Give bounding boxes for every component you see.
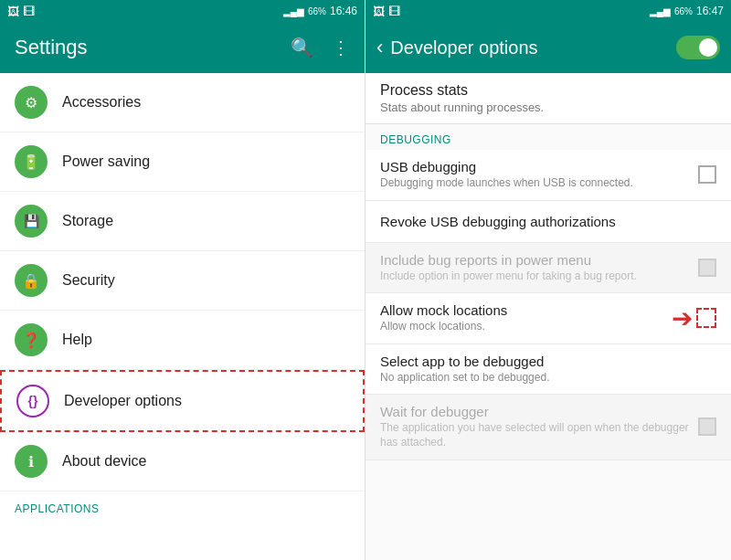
battery-icon: 66% xyxy=(308,6,326,16)
security-label: Security xyxy=(62,272,115,289)
select-app-debug-item[interactable]: Select app to be debugged No application… xyxy=(366,344,731,396)
right-status-bar: 🖼 🎞 ▂▄▆ 66% 16:47 xyxy=(366,0,731,22)
usb-debugging-title: USB debugging xyxy=(380,159,691,174)
revoke-usb-item[interactable]: Revoke USB debugging authorizations xyxy=(366,201,731,243)
right-battery-display: 66% xyxy=(674,6,693,16)
power-saving-label: Power saving xyxy=(62,153,150,170)
wait-debugger-checkbox[interactable] xyxy=(698,417,716,436)
right-panel: 🖼 🎞 ▂▄▆ 66% 16:47 ‹ Developer options Pr… xyxy=(366,0,731,560)
right-media-icon: 🎞 xyxy=(388,5,400,18)
settings-item-power-saving[interactable]: 🔋 Power saving xyxy=(0,132,365,192)
settings-list: ⚙ Accessories 🔋 Power saving 💾 Storage 🔒… xyxy=(0,73,365,560)
right-top-bar: ‹ Developer options xyxy=(366,22,731,73)
left-top-bar: Settings 🔍 ⋮ xyxy=(0,22,365,73)
settings-item-help[interactable]: ❓ Help xyxy=(0,311,365,370)
usb-debugging-sub: Debugging mode launches when USB is conn… xyxy=(380,176,691,191)
more-icon[interactable]: ⋮ xyxy=(332,37,350,58)
left-status-right: ▂▄▆ 66% 16:46 xyxy=(283,5,357,17)
mock-locations-text: Allow mock locations Allow mock location… xyxy=(380,302,664,334)
debugging-section-header: DEBUGGING xyxy=(366,124,731,150)
wait-debugger-item[interactable]: Wait for debugger The application you ha… xyxy=(366,395,731,460)
wait-debugger-sub: The application you have selected will o… xyxy=(380,421,691,449)
left-panel: 🖼 🎞 ▂▄▆ 66% 16:46 Settings 🔍 ⋮ ⚙ Accesso… xyxy=(0,0,366,560)
developer-options-label: Developer options xyxy=(64,393,182,409)
right-status-right: ▂▄▆ 66% 16:47 xyxy=(650,5,724,17)
usb-debugging-text: USB debugging Debugging mode launches wh… xyxy=(380,159,691,191)
process-stats-sub: Stats about running processes. xyxy=(380,100,716,114)
left-status-icons: 🖼 🎞 xyxy=(7,5,35,18)
developer-options-content: Process stats Stats about running proces… xyxy=(366,73,731,560)
mock-locations-arrow-area: ➔ xyxy=(672,303,716,333)
wait-debugger-text: Wait for debugger The application you ha… xyxy=(380,404,691,449)
bug-reports-sub: Include option in power menu for taking … xyxy=(380,269,691,284)
bug-reports-item[interactable]: Include bug reports in power menu Includ… xyxy=(366,243,731,294)
settings-item-about-device[interactable]: ℹ About device xyxy=(0,432,365,491)
right-top-bar-left: ‹ Developer options xyxy=(376,36,538,59)
settings-item-accessories[interactable]: ⚙ Accessories xyxy=(0,73,365,132)
red-arrow-icon: ➔ xyxy=(672,303,693,333)
applications-section-header: APPLICATIONS xyxy=(0,491,365,519)
bug-reports-text: Include bug reports in power menu Includ… xyxy=(380,252,691,284)
right-signal-icon: ▂▄▆ xyxy=(650,6,671,16)
process-stats-item[interactable]: Process stats Stats about running proces… xyxy=(366,73,731,124)
top-bar-icons: 🔍 ⋮ xyxy=(291,37,350,58)
storage-label: Storage xyxy=(62,213,113,229)
select-app-debug-text: Select app to be debugged No application… xyxy=(380,354,709,386)
select-app-debug-title: Select app to be debugged xyxy=(380,354,709,369)
accessories-icon: ⚙ xyxy=(15,86,48,119)
developer-options-toggle[interactable] xyxy=(676,36,720,59)
media-icon: 🎞 xyxy=(23,5,35,18)
search-icon[interactable]: 🔍 xyxy=(291,37,313,58)
storage-icon: 💾 xyxy=(15,205,48,238)
right-page-title: Developer options xyxy=(390,37,537,58)
wait-debugger-title: Wait for debugger xyxy=(380,404,691,419)
developer-options-icon: {} xyxy=(16,385,49,417)
screenshot-icon: 🖼 xyxy=(7,5,19,18)
help-label: Help xyxy=(62,332,92,348)
bug-reports-title: Include bug reports in power menu xyxy=(380,252,691,268)
about-device-label: About device xyxy=(62,453,147,470)
security-icon: 🔒 xyxy=(15,264,48,297)
settings-title: Settings xyxy=(15,36,88,59)
back-button[interactable]: ‹ xyxy=(376,36,383,59)
about-device-icon: ℹ xyxy=(15,445,48,478)
help-icon: ❓ xyxy=(15,323,48,356)
right-time-display: 16:47 xyxy=(696,5,724,17)
power-saving-icon: 🔋 xyxy=(15,145,48,178)
right-status-icons: 🖼 🎞 xyxy=(373,5,400,18)
usb-debugging-checkbox[interactable] xyxy=(698,165,716,184)
accessories-label: Accessories xyxy=(62,94,141,111)
mock-locations-checkbox[interactable] xyxy=(696,308,716,328)
bug-reports-checkbox[interactable] xyxy=(698,259,716,277)
right-screenshot-icon: 🖼 xyxy=(373,5,385,18)
time-display: 16:46 xyxy=(330,5,357,17)
usb-debugging-item[interactable]: USB debugging Debugging mode launches wh… xyxy=(366,150,731,201)
select-app-debug-sub: No application set to be debugged. xyxy=(380,371,709,386)
mock-locations-item[interactable]: Allow mock locations Allow mock location… xyxy=(366,293,731,344)
settings-item-developer-options[interactable]: {} Developer options xyxy=(0,370,365,432)
toggle-knob xyxy=(699,38,717,57)
left-status-bar: 🖼 🎞 ▂▄▆ 66% 16:46 xyxy=(0,0,365,22)
settings-item-storage[interactable]: 💾 Storage xyxy=(0,192,365,251)
mock-locations-sub: Allow mock locations. xyxy=(380,320,664,334)
revoke-usb-title: Revoke USB debugging authorizations xyxy=(380,214,716,229)
signal-icon: ▂▄▆ xyxy=(283,6,304,16)
mock-locations-title: Allow mock locations xyxy=(380,302,664,318)
settings-item-security[interactable]: 🔒 Security xyxy=(0,251,365,311)
process-stats-title: Process stats xyxy=(380,82,716,99)
